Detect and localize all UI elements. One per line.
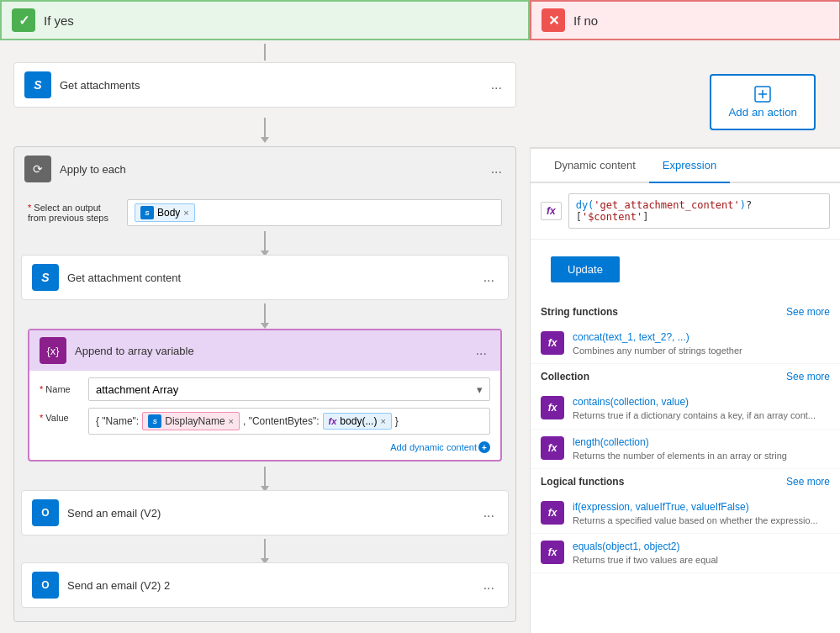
name-value: attachment Array — [96, 383, 178, 396]
dynamic-panel: Dynamic content Expression fx dy('get_at… — [530, 147, 840, 633]
if-no-label: If no — [573, 13, 598, 28]
update-button[interactable]: Update — [551, 256, 620, 282]
concat-info: concat(text_1, text_2?, ...) Combines an… — [573, 331, 830, 356]
apply-to-each-title: Apply to each — [60, 163, 479, 176]
tab-dynamic-content[interactable]: Dynamic content — [541, 149, 649, 183]
equals-icon: fx — [541, 541, 564, 564]
if-info: if(expression, valueIfTrue, valueIfFalse… — [573, 501, 830, 526]
string-functions-label: String functions — [541, 306, 618, 318]
logical-functions-header: Logical functions See more — [531, 469, 840, 494]
left-panel: ✓ If yes S Get attachments ... ⟳ A — [0, 0, 530, 633]
send-email-2-card: O Send an email (V2) 2 ... — [21, 562, 509, 608]
get-attachment-content-card: S Get attachment content ... — [21, 255, 509, 300]
get-attachments-icon: S — [24, 71, 51, 98]
display-name-tag: S DisplayName × — [142, 412, 240, 430]
loop-icon: ⟳ — [24, 156, 51, 182]
function-item-length[interactable]: fx length(collection) Returns the number… — [531, 430, 840, 469]
add-dynamic-content[interactable]: Add dynamic content + — [40, 441, 490, 453]
name-input[interactable]: attachment Array ▾ — [88, 377, 490, 401]
if-name: if(expression, valueIfTrue, valueIfFalse… — [573, 501, 830, 513]
if-icon: fx — [541, 501, 564, 525]
contains-name: contains(collection, value) — [573, 396, 830, 408]
display-name-icon: S — [148, 414, 161, 428]
send-email-2-title: Send an email (V2) 2 — [67, 579, 472, 592]
length-info: length(collection) Returns the number of… — [573, 436, 830, 462]
add-dynamic-plus-icon: + — [478, 441, 490, 453]
equals-desc: Returns true if two values are equal — [573, 554, 830, 566]
concat-name: concat(text_1, text_2?, ...) — [573, 331, 830, 343]
if-no-x-icon: ✕ — [542, 8, 565, 32]
logical-functions-label: Logical functions — [541, 476, 624, 488]
get-attachment-content-more[interactable]: ... — [480, 270, 498, 285]
get-attachments-more[interactable]: ... — [488, 77, 505, 92]
function-item-contains[interactable]: fx contains(collection, value) Returns t… — [531, 389, 840, 429]
equals-name: equals(object1, object2) — [573, 541, 830, 552]
apply-to-each-more[interactable]: ... — [488, 161, 505, 177]
if-yes-check-icon: ✓ — [12, 8, 35, 32]
append-to-array-title: Append to array variable — [75, 345, 464, 357]
name-label: * Name — [40, 384, 82, 394]
length-icon: fx — [541, 436, 564, 460]
contains-info: contains(collection, value) Returns true… — [573, 396, 830, 421]
expression-row: fx dy('get_attachment_content')?['$conte… — [531, 183, 840, 240]
if-no-add-action-icon — [754, 86, 771, 103]
caret-icon: ▾ — [477, 383, 483, 396]
arrow-1 — [0, 113, 530, 143]
send-email-2-more[interactable]: ... — [480, 578, 498, 593]
body-tag-remove[interactable]: × — [380, 416, 385, 426]
contains-desc: Returns true if a dictionary contains a … — [573, 409, 830, 421]
if-no-add-action-label: Add an action — [728, 106, 797, 119]
function-item-concat[interactable]: fx concat(text_1, text_2?, ...) Combines… — [531, 324, 840, 364]
function-item-if[interactable]: fx if(expression, valueIfTrue, valueIfFa… — [531, 494, 840, 534]
append-to-array-card: {x} Append to array variable ... * Name — [28, 329, 502, 462]
if-desc: Returns a specified value based on wheth… — [573, 514, 830, 526]
select-output-label: * Select an outputfrom previous steps — [28, 203, 120, 223]
array-icon: {x} — [40, 337, 66, 364]
send-email-1-card: O Send an email (V2) ... — [21, 490, 509, 535]
tag-sp-icon: S — [140, 206, 154, 219]
collection-label: Collection — [541, 371, 589, 382]
function-item-equals[interactable]: fx equals(object1, object2) Returns true… — [531, 534, 840, 573]
value-input[interactable]: { "Name": S DisplayName × , "ContentByte… — [88, 408, 490, 435]
send-email-1-icon: O — [32, 499, 59, 526]
value-label: * Value — [40, 408, 82, 423]
contains-icon: fx — [541, 396, 564, 419]
body-tag: S Body × — [135, 203, 195, 222]
add-dynamic-label: Add dynamic content — [390, 442, 477, 452]
append-to-array-more[interactable]: ... — [473, 343, 490, 358]
collection-see-more[interactable]: See more — [786, 371, 830, 382]
apply-to-each-card: ⟳ Apply to each ... * Select an outputfr… — [13, 146, 516, 622]
value-middle: , "ContentBytes": — [243, 415, 320, 427]
get-attachments-title: Get attachments — [60, 79, 479, 92]
if-no-header: ✕ If no — [530, 0, 840, 40]
logical-functions-see-more[interactable]: See more — [786, 476, 830, 488]
body-fx-tag: fx body(...) × — [323, 413, 392, 430]
function-list: String functions See more fx concat(text… — [531, 299, 840, 633]
if-yes-header: ✓ If yes — [0, 0, 530, 40]
tag-input[interactable]: S Body × — [127, 199, 502, 226]
array-header: {x} Append to array variable ... — [29, 330, 500, 371]
panel-tabs: Dynamic content Expression — [531, 149, 840, 183]
if-no-add-action-button[interactable]: Add an action — [710, 74, 816, 130]
equals-info: equals(object1, object2) Returns true if… — [573, 541, 830, 566]
expression-value: dy('get_attachment_content')?['$content'… — [576, 199, 753, 223]
send-email-1-title: Send an email (V2) — [67, 507, 472, 520]
concat-icon: fx — [541, 331, 564, 355]
length-desc: Returns the number of elements in an arr… — [573, 450, 830, 462]
if-yes-label: If yes — [44, 13, 74, 28]
get-attachment-content-title: Get attachment content — [67, 272, 472, 284]
length-name: length(collection) — [573, 436, 830, 448]
right-panel: ✕ If no Add an action Dynamic content Ex… — [530, 0, 840, 633]
string-functions-see-more[interactable]: See more — [786, 306, 830, 318]
send-email-2-icon: O — [32, 572, 59, 599]
tag-remove[interactable]: × — [183, 208, 188, 218]
value-suffix: } — [395, 415, 399, 427]
get-attachments-card: S Get attachments ... — [13, 62, 516, 108]
value-prefix: { "Name": — [96, 415, 139, 427]
concat-desc: Combines any number of strings together — [573, 345, 830, 356]
tab-expression[interactable]: Expression — [649, 149, 730, 183]
send-email-1-more[interactable]: ... — [480, 505, 498, 520]
display-name-remove[interactable]: × — [229, 416, 234, 426]
expression-input[interactable]: dy('get_attachment_content')?['$content'… — [568, 193, 830, 229]
fx-badge: fx — [541, 202, 562, 220]
